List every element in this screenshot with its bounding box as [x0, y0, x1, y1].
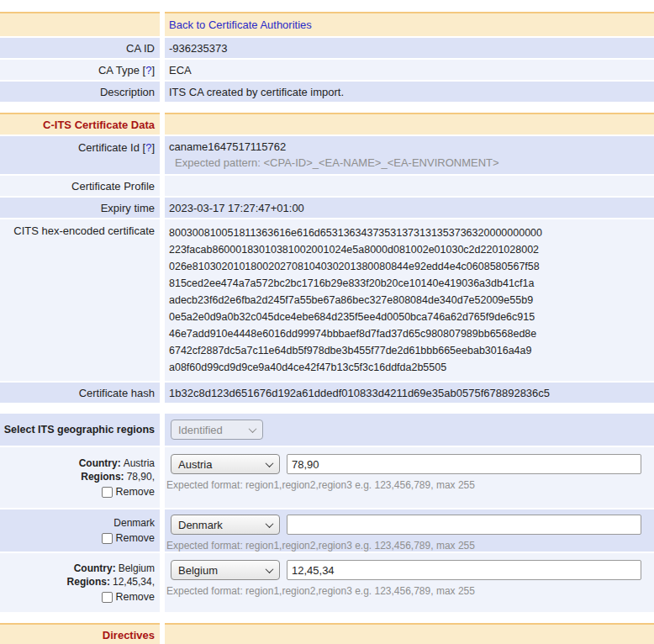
regions-values: 12,45,34, — [113, 576, 155, 588]
certificate-profile-value — [165, 176, 654, 196]
remove-control: Remove — [102, 531, 155, 545]
certificate-id-value: caname1647517115762 — [169, 140, 654, 153]
ca-id-label-text: CA ID — [126, 42, 155, 55]
remove-control: Remove — [102, 590, 155, 604]
geo-entry-controls-denmark: Denmark Expected format: region1,region2… — [165, 509, 654, 552]
certificate-id-row: Certificate Id [?] caname1647517115762 E… — [0, 136, 654, 174]
ca-id-label: CA ID — [0, 38, 160, 58]
ca-type-value-text: ECA — [169, 64, 192, 77]
hex-certificate-label-text: CITS hex-encoded certificate — [13, 224, 155, 237]
cits-section-header: C-ITS Certificate Data — [0, 113, 654, 135]
ca-type-label-text: CA Type — [98, 64, 140, 77]
remove-checkbox[interactable] — [102, 592, 113, 603]
section-geographic-regions: Select ITS geographic regions Identified… — [0, 414, 654, 612]
chevron-down-icon — [266, 459, 274, 467]
geo-mode-row: Select ITS geographic regions Identified — [0, 414, 654, 446]
country-select[interactable]: Belgium — [171, 560, 280, 580]
expiry-time-label-text: Expiry time — [101, 202, 155, 214]
hex-line: 026e810302010180020270810403020138008084… — [169, 258, 654, 275]
certificate-hash-row: Certificate hash 1b32c8d123d651676d192a6… — [0, 383, 654, 403]
empty-label-cell — [0, 12, 160, 36]
certificate-hash-value: 1b32c8d123d651676d192a61ddedf010833d4211… — [165, 383, 654, 403]
hex-certificate-value-cell: 800300810051811363616e616d65313634373531… — [165, 219, 654, 381]
section-ca-info: Back to Certificate Authorities CA ID -9… — [0, 12, 654, 102]
hex-line: 0e5a2e0d9a0b32c045dce4ebe684d235f5ee4d00… — [169, 309, 654, 325]
geo-entry-summary-austria: Country:Austria Regions:78,90, Remove — [0, 447, 160, 508]
description-value: ITS CA created by certificate import. — [165, 82, 654, 102]
ca-id-value: -936235373 — [165, 38, 654, 58]
regions-prefix: Regions: — [81, 471, 124, 483]
ca-type-label: CA Type [?] — [0, 60, 160, 80]
bracket-close: ] — [151, 141, 155, 154]
geo-entry-row-belgium: Country:Belgium Regions:12,45,34, Remove… — [0, 553, 654, 612]
ca-type-value: ECA — [165, 60, 654, 80]
country-select[interactable]: Austria — [171, 454, 280, 474]
directives-section-title-text: Directives — [103, 629, 155, 641]
geo-control-line: Denmark — [171, 515, 654, 535]
certificate-id-label: Certificate Id [?] — [0, 136, 160, 174]
ca-type-help-link[interactable]: ? — [145, 64, 151, 77]
page-content: Back to Certificate Authorities CA ID -9… — [0, 0, 654, 644]
remove-label: Remove — [115, 485, 155, 499]
certificate-id-value-cell: caname1647517115762 Expected pattern: <C… — [165, 136, 654, 174]
country-select[interactable]: Denmark — [171, 515, 280, 535]
geo-mode-label-text: Select ITS geographic regions — [4, 424, 155, 435]
hex-certificate-row: CITS hex-encoded certificate 80030081005… — [0, 219, 654, 381]
country-prefix: Country: — [79, 457, 121, 469]
back-link-row: Back to Certificate Authorities — [0, 12, 654, 36]
hex-line: 815ced2ee474a7a572bc2bc1716b29e833f20b20… — [169, 275, 654, 292]
section-directives: Directives — [0, 623, 654, 644]
hex-line: 223facab86000183010381002001024e5a8000d0… — [169, 241, 654, 258]
country-name: Austria — [124, 457, 155, 469]
geo-control-line: Austria — [171, 454, 654, 474]
region-mode-select-value: Identified — [178, 424, 223, 436]
remove-checkbox[interactable] — [102, 487, 113, 498]
description-label: Description — [0, 82, 160, 102]
cits-section-title-text: C-ITS Certificate Data — [43, 119, 155, 131]
geo-entry-controls-belgium: Belgium Expected format: region1,region2… — [165, 553, 654, 612]
ca-type-row: CA Type [?] ECA — [0, 60, 654, 80]
region-mode-select[interactable]: Identified — [171, 420, 263, 440]
geo-mode-cell: Identified — [165, 414, 654, 446]
regions-input[interactable] — [287, 454, 641, 474]
certificate-profile-label: Certificate Profile — [0, 176, 160, 196]
country-select-value: Denmark — [178, 519, 223, 531]
geo-mode-label: Select ITS geographic regions — [0, 414, 160, 446]
expiry-time-value-text: 2023-03-17 17:27:47+01:00 — [169, 202, 304, 214]
hex-certificate-label: CITS hex-encoded certificate — [0, 219, 160, 381]
bracket-close: ] — [151, 64, 155, 77]
description-row: Description ITS CA created by certificat… — [0, 82, 654, 102]
country-summary: Country:Austria — [79, 457, 155, 470]
remove-label: Remove — [115, 531, 155, 545]
remove-checkbox[interactable] — [102, 533, 113, 544]
regions-input[interactable] — [287, 560, 641, 580]
back-link-cell: Back to Certificate Authorities — [165, 12, 654, 36]
geo-entry-row-denmark: Denmark Remove Denmark Expected format: … — [0, 509, 654, 552]
ca-id-row: CA ID -936235373 — [0, 38, 654, 58]
country-name: Denmark — [113, 517, 155, 529]
back-to-certificate-authorities-link[interactable]: Back to Certificate Authorities — [169, 18, 312, 31]
certificate-id-help-link[interactable]: ? — [145, 141, 151, 154]
ca-id-value-text: -936235373 — [169, 42, 227, 55]
certificate-profile-label-text: Certificate Profile — [71, 180, 155, 193]
certificate-hash-label-text: Certificate hash — [79, 387, 155, 399]
hex-line: adecb23f6d2e6fba2d245f7a55be67a86bec327e… — [169, 292, 654, 309]
geo-entry-controls-austria: Austria Expected format: region1,region2… — [165, 447, 654, 508]
regions-summary: Regions:78,90, — [81, 470, 155, 483]
certificate-hash-value-text: 1b32c8d123d651676d192a61ddedf010833d4211… — [169, 387, 550, 399]
country-select-value: Austria — [178, 458, 212, 471]
description-label-text: Description — [100, 86, 155, 98]
certificate-hash-label: Certificate hash — [0, 383, 160, 403]
country-select-value: Belgium — [178, 564, 218, 577]
hex-line: 800300810051811363616e616d65313634373531… — [169, 224, 654, 241]
expiry-time-label: Expiry time — [0, 198, 160, 218]
hex-line: 46e7add910e4448e6016dd99974bbbaef8d7fad3… — [169, 325, 654, 342]
section-cits-certificate-data: C-ITS Certificate Data Certificate Id [?… — [0, 113, 654, 403]
hex-line: a08f60d99cd9d9ce9a40d4ce42f47b13c5f3c16d… — [169, 359, 654, 376]
regions-values: 78,90, — [127, 471, 155, 483]
geo-entry-row-austria: Country:Austria Regions:78,90, Remove Au… — [0, 447, 654, 508]
geo-entry-summary-denmark: Denmark Remove — [0, 509, 160, 552]
directives-section-title: Directives — [0, 623, 160, 644]
regions-input[interactable] — [287, 515, 641, 535]
regions-format-hint: Expected format: region1,region2,region3… — [166, 585, 654, 597]
